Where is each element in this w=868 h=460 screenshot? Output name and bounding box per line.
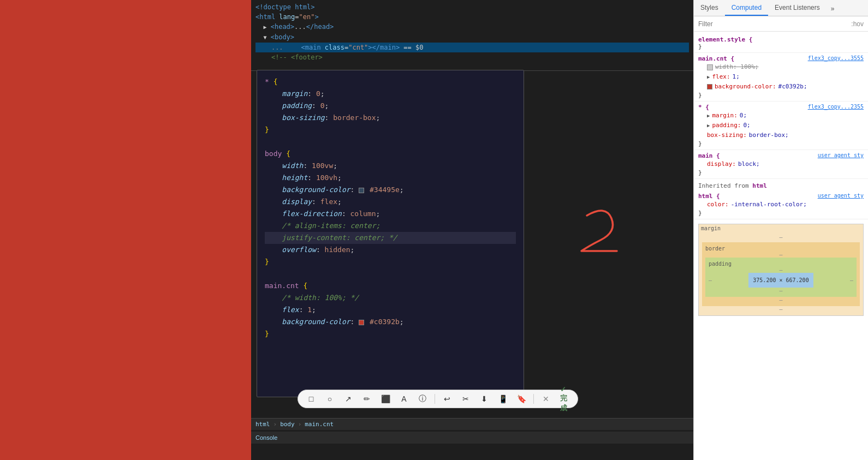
box-model-margin: margin – border – padding – – [699, 224, 863, 315]
breadcrumb-bar: html › body › main.cnt [251, 418, 693, 430]
toolbar-divider-1 [435, 394, 435, 404]
box-model-diagram: margin – border – padding – – [698, 224, 864, 316]
tool-cut[interactable]: ✂ [459, 392, 472, 405]
tool-device[interactable]: 📱 [496, 392, 509, 405]
dom-line-head: ▶ <head>...</head> [255, 22, 689, 32]
breadcrumb-sep-2: › [298, 421, 302, 428]
code-line-4: box-sizing: border-box; [265, 112, 516, 124]
rule-close-element-style: } [698, 43, 864, 50]
code-line-14: justify-content: center; */ [265, 232, 516, 244]
code-line-12: flex-direction: column; [265, 208, 516, 220]
box-model-size: 375.200 × 667.200 [753, 277, 808, 283]
rule-main-ua: main { user agent sty display: block; } [694, 150, 868, 179]
devtools-right-panel: Styles Computed Event Listeners » :hov e… [693, 0, 868, 460]
code-line-13: /* align-items: center; [265, 220, 516, 232]
filter-input[interactable] [698, 20, 851, 28]
breadcrumb-item-html[interactable]: html [255, 421, 270, 428]
code-line-15: overflow: hidden; [265, 244, 516, 256]
box-model-padding: padding – – 375.200 × 667.200 – – [705, 258, 857, 297]
tab-computed[interactable]: Computed [725, 1, 768, 16]
filter-bar: :hov [694, 16, 868, 32]
toolbar-divider-2 [533, 394, 534, 404]
source-star[interactable]: flex3_copy...2355 [808, 104, 864, 110]
tab-more[interactable]: » [827, 2, 839, 16]
dom-line-html: <html lang="en"> [255, 12, 689, 22]
checkbox-width[interactable] [707, 64, 713, 70]
code-line-6 [265, 136, 516, 148]
color-swatch-main[interactable] [707, 84, 712, 89]
dom-line-main[interactable]: ... <main class="cnt"></main> == $0 [255, 43, 689, 52]
rule-html-ua: html { user agent sty color: -internal-r… [694, 190, 868, 219]
annotation-drawing [568, 202, 633, 256]
rule-header-main-cnt: main.cnt { flex3_copy...3555 [698, 55, 864, 62]
code-line-16: } [265, 256, 516, 268]
code-line-2: margin: 0; [265, 88, 516, 100]
rule-star: * { flex3_copy...2355 ▶ margin: 0; ▶ pad… [694, 101, 868, 150]
tool-rect[interactable]: □ [305, 392, 318, 405]
prop-padding: ▶ padding: 0; [698, 121, 864, 130]
devtools-tabs: Styles Computed Event Listeners » [694, 0, 868, 16]
console-label[interactable]: Console [255, 434, 277, 441]
code-line-5: } [265, 124, 516, 136]
tab-styles[interactable]: Styles [694, 1, 725, 16]
inherited-header: Inherited from html [694, 179, 868, 190]
source-html-ua[interactable]: user agent sty [818, 193, 864, 199]
code-line-22: } [265, 328, 516, 340]
box-model-border: border – padding – – 375.200 × 667.200 [702, 242, 860, 306]
tool-download[interactable]: ⬇ [478, 392, 491, 405]
prop-flex: ▶ flex: 1; [698, 72, 864, 82]
source-main-ua[interactable]: user agent sty [818, 152, 864, 158]
code-line-21: background-color: #c0392b; [265, 316, 516, 328]
code-line-9: height: 100vh; [265, 172, 516, 184]
code-line-1: * { [265, 76, 516, 88]
prop-width-100: width: 100%; [698, 62, 864, 72]
filter-hov-button[interactable]: :hov [851, 20, 864, 28]
tab-event-listeners[interactable]: Event Listeners [768, 1, 827, 16]
tool-confirm[interactable]: ✓完成 [558, 392, 571, 405]
source-main-cnt[interactable]: flex3_copy...3555 [808, 55, 864, 61]
dom-inspector: <!doctype html> <html lang="en"> ▶ <head… [251, 0, 693, 71]
prop-background-color-main: background-color: #c0392b; [698, 82, 864, 92]
tool-circle[interactable]: ○ [323, 392, 336, 405]
dom-line-doctype: <!doctype html> [255, 2, 689, 12]
code-line-10: background-color: #34495e; [265, 184, 516, 196]
tool-cancel[interactable]: ✕ [539, 392, 552, 405]
breadcrumb-item-main[interactable]: main.cnt [305, 421, 334, 428]
tool-bookmark[interactable]: 🔖 [515, 392, 528, 405]
code-line-19: /* width: 100%; */ [265, 292, 516, 304]
styles-content: element.style { } main.cnt { flex3_copy.… [694, 32, 868, 460]
rule-element-style: element.style { } [694, 34, 868, 53]
code-editor: * { margin: 0; padding: 0; box-sizing: b… [257, 70, 524, 397]
preview-panel [0, 0, 251, 460]
tool-arrow[interactable]: ↗ [342, 392, 355, 405]
rule-selector-element-style: element.style { [698, 36, 864, 43]
tool-undo[interactable]: ↩ [441, 392, 454, 405]
tool-info[interactable]: ⓘ [416, 392, 429, 405]
annotation-toolbar[interactable]: □ ○ ↗ ✏ ⬛ A ⓘ ↩ ✂ ⬇ 📱 🔖 ✕ ✓完成 [298, 390, 578, 408]
tool-pen[interactable]: ✏ [360, 392, 373, 405]
code-line-17 [265, 268, 516, 280]
dom-line-body: ▼ <body> [255, 32, 689, 43]
code-line-7: body { [265, 148, 516, 160]
console-tab-bar: Console [251, 432, 693, 444]
prop-color: color: -internal-root-color; [698, 200, 864, 210]
prop-margin: ▶ margin: 0; [698, 111, 864, 121]
box-model-content: 375.200 × 667.200 [748, 273, 813, 288]
code-line-8: width: 100vw; [265, 160, 516, 172]
breadcrumb-sep-1: › [274, 421, 277, 428]
prop-box-sizing: box-sizing: border-box; [698, 130, 864, 140]
code-line-11: display: flex; [265, 196, 516, 208]
code-line-20: flex: 1; [265, 304, 516, 316]
devtools-middle: <!doctype html> <html lang="en"> ▶ <head… [251, 0, 693, 460]
tool-fill-rect[interactable]: ⬛ [379, 392, 392, 405]
prop-display: display: block; [698, 159, 864, 169]
breadcrumb-item-body[interactable]: body [280, 421, 295, 428]
dom-line-footer: <!-- <footer> [255, 52, 689, 62]
code-line-18: main.cnt { [265, 280, 516, 292]
tool-text[interactable]: A [397, 392, 411, 405]
code-line-3: padding: 0; [265, 100, 516, 112]
rule-main-cnt: main.cnt { flex3_copy...3555 width: 100%… [694, 53, 868, 101]
